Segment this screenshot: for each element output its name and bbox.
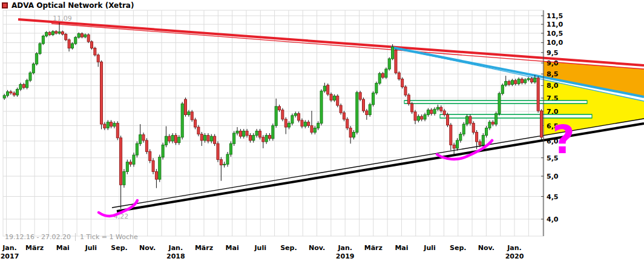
candle[interactable] (372, 93, 375, 105)
candle[interactable] (359, 93, 361, 99)
candle[interactable] (171, 136, 174, 141)
candle[interactable] (275, 107, 277, 126)
candle[interactable] (524, 80, 527, 83)
candle[interactable] (411, 104, 413, 111)
candle[interactable] (314, 128, 316, 132)
candle[interactable] (514, 81, 517, 84)
candle[interactable] (518, 79, 520, 84)
candle[interactable] (58, 32, 61, 33)
candle[interactable] (214, 136, 216, 143)
candle[interactable] (378, 73, 381, 83)
candle[interactable] (110, 122, 113, 127)
candle[interactable] (258, 131, 261, 137)
candle[interactable] (337, 96, 339, 105)
candle[interactable] (142, 135, 145, 140)
candle[interactable] (466, 116, 468, 124)
candle[interactable] (194, 120, 197, 127)
candle[interactable] (456, 140, 459, 148)
candle[interactable] (174, 136, 177, 143)
candle[interactable] (301, 120, 303, 127)
candle[interactable] (51, 31, 54, 35)
candle[interactable] (133, 155, 135, 164)
candle[interactable] (16, 89, 19, 94)
candle[interactable] (10, 92, 12, 93)
candle[interactable] (48, 32, 51, 35)
candle[interactable] (424, 114, 426, 119)
question-mark-annotation[interactable]: ? (552, 117, 574, 162)
candle[interactable] (94, 48, 96, 55)
candle[interactable] (476, 132, 478, 142)
candle[interactable] (107, 122, 109, 128)
candle[interactable] (13, 93, 15, 95)
candle[interactable] (116, 123, 119, 138)
candle[interactable] (220, 160, 222, 165)
candle[interactable] (430, 110, 433, 114)
candle[interactable] (130, 162, 132, 165)
candle[interactable] (498, 93, 501, 113)
candle[interactable] (139, 135, 142, 144)
candle[interactable] (414, 112, 416, 120)
candle[interactable] (349, 128, 352, 137)
candle[interactable] (200, 134, 203, 140)
candle[interactable] (226, 154, 229, 164)
candle[interactable] (149, 151, 151, 160)
candle[interactable] (395, 50, 397, 73)
candle[interactable] (120, 138, 122, 185)
candle[interactable] (479, 142, 481, 145)
candle[interactable] (307, 122, 310, 126)
candle[interactable] (272, 126, 274, 139)
candle[interactable] (291, 116, 294, 123)
candle[interactable] (298, 114, 300, 120)
candle[interactable] (71, 44, 73, 48)
candle[interactable] (508, 81, 510, 84)
candle[interactable] (485, 128, 488, 135)
candle[interactable] (501, 85, 504, 94)
candle[interactable] (469, 116, 472, 123)
candle[interactable] (61, 32, 64, 35)
candle[interactable] (327, 85, 329, 94)
candle[interactable] (375, 84, 378, 93)
candle[interactable] (265, 136, 268, 142)
candle[interactable] (80, 34, 83, 38)
candle[interactable] (382, 73, 384, 77)
candle[interactable] (366, 111, 368, 114)
resistance-range-box-upper[interactable] (404, 100, 587, 104)
candle[interactable] (323, 86, 326, 91)
candle[interactable] (181, 104, 183, 137)
candle[interactable] (346, 119, 349, 128)
candle[interactable] (284, 119, 287, 127)
candle[interactable] (185, 99, 187, 114)
candle[interactable] (534, 78, 536, 82)
candle[interactable] (433, 109, 436, 113)
candle[interactable] (343, 113, 345, 119)
candle[interactable] (210, 136, 212, 141)
candle[interactable] (392, 47, 394, 59)
candle[interactable] (77, 34, 80, 38)
candle[interactable] (65, 34, 67, 39)
candle[interactable] (191, 112, 193, 120)
candle[interactable] (91, 42, 93, 48)
candle[interactable] (255, 131, 258, 135)
candle[interactable] (249, 136, 251, 140)
candle[interactable] (268, 136, 271, 139)
candle[interactable] (398, 73, 400, 79)
candle[interactable] (530, 79, 533, 82)
candle[interactable] (294, 114, 297, 116)
candle[interactable] (207, 136, 209, 141)
freehand-curve-2017-low[interactable] (99, 200, 137, 216)
candle[interactable] (84, 35, 87, 37)
candle[interactable] (39, 44, 41, 53)
candle[interactable] (236, 131, 238, 133)
candle[interactable] (152, 160, 154, 171)
candle[interactable] (188, 112, 190, 115)
candle[interactable] (100, 62, 103, 124)
candle[interactable] (340, 105, 342, 113)
candle[interactable] (32, 64, 34, 73)
candle[interactable] (495, 114, 498, 124)
candle[interactable] (3, 96, 5, 98)
candle[interactable] (239, 131, 242, 136)
candle[interactable] (55, 31, 58, 33)
candle[interactable] (74, 38, 77, 44)
candle[interactable] (540, 111, 542, 137)
candle[interactable] (246, 131, 248, 135)
